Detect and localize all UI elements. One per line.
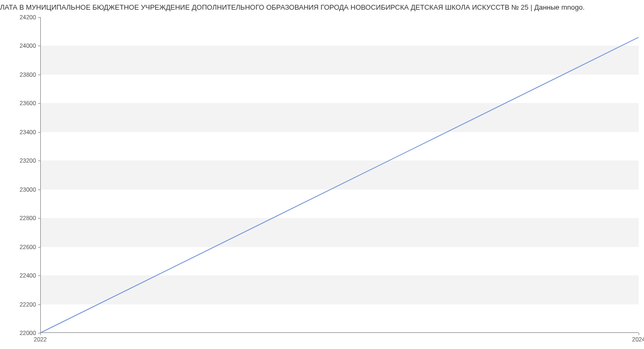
- x-tick-label: 2022: [34, 336, 47, 343]
- y-tick-mark: [38, 275, 40, 276]
- y-tick-label: 24200: [19, 14, 36, 20]
- y-tick-label: 23600: [19, 100, 36, 106]
- y-tick-mark: [38, 218, 40, 219]
- y-tick-mark: [38, 75, 40, 75]
- x-tick-mark: [639, 333, 639, 335]
- y-tick-label: 22200: [19, 301, 36, 308]
- y-tick-label: 24000: [19, 42, 36, 49]
- plot-area: 2200022200224002260022800230002320023400…: [40, 17, 639, 333]
- data-line: [40, 37, 639, 333]
- y-tick-mark: [38, 17, 40, 18]
- y-tick-label: 22800: [19, 215, 36, 221]
- y-tick-mark: [38, 46, 40, 46]
- y-tick-mark: [38, 304, 40, 305]
- y-tick-label: 23400: [19, 129, 36, 135]
- y-tick-mark: [38, 247, 40, 248]
- y-tick-label: 23200: [19, 157, 36, 164]
- y-tick-label: 23000: [19, 186, 36, 193]
- y-tick-mark: [38, 132, 40, 133]
- y-tick-label: 22000: [19, 330, 36, 336]
- y-tick-mark: [38, 103, 40, 104]
- y-tick-label: 22600: [19, 244, 36, 250]
- y-tick-mark: [38, 190, 40, 190]
- chart-svg: [40, 17, 639, 333]
- y-tick-label: 23800: [19, 71, 36, 78]
- y-tick-label: 22400: [19, 272, 36, 279]
- chart-title: ЛАТА В МУНИЦИПАЛЬНОЕ БЮДЖЕТНОЕ УЧРЕЖДЕНИ…: [0, 0, 644, 13]
- x-tick-label: 2024: [632, 336, 644, 343]
- y-tick-mark: [38, 161, 40, 161]
- x-tick-mark: [40, 333, 41, 335]
- chart-container: ЛАТА В МУНИЦИПАЛЬНОЕ БЮДЖЕТНОЕ УЧРЕЖДЕНИ…: [0, 0, 644, 349]
